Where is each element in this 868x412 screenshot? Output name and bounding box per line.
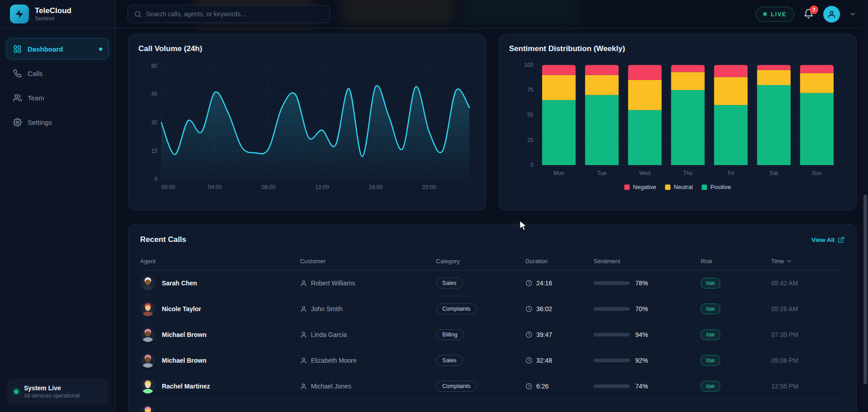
category-cell: Billing — [436, 329, 525, 340]
customer-cell: Michael Jones — [300, 383, 436, 390]
duration-cell: 6:26 — [525, 383, 594, 390]
table-row[interactable]: Sarah ChenRobert WilliamsSales24:1678%lo… — [140, 270, 844, 296]
sidebar-item-team[interactable]: Team — [6, 87, 109, 108]
sidebar-item-settings[interactable]: Settings — [6, 112, 109, 133]
main-area: LIVE 7 Call Volume (24h) 01530456000:000… — [116, 0, 868, 412]
call-volume-line-chart: 01530456000:0004:0008:0012:0016:0020:00 — [138, 60, 476, 195]
duration-cell: 24:16 — [525, 279, 594, 287]
sentiment-bar-track — [594, 384, 630, 388]
table-title: Recent Calls — [140, 235, 186, 244]
person-icon — [300, 383, 307, 390]
recent-calls-card: Recent Calls View All AgentCustomerCateg… — [128, 224, 857, 412]
dashboard-content: Call Volume (24h) 01530456000:0004:0008:… — [116, 28, 868, 412]
clock-icon — [525, 305, 533, 313]
window-scrollbar-track[interactable] — [863, 0, 868, 412]
sentiment-cell: 74% — [594, 383, 701, 390]
table-row[interactable]: Michael BrownLinda GarciaBilling39:4794%… — [140, 322, 844, 348]
duration-value: 6:26 — [536, 383, 548, 390]
table-row[interactable]: Michael BrownElizabeth MooreSales32:4892… — [140, 348, 844, 374]
table-row[interactable] — [140, 399, 844, 412]
customer-cell: John Smith — [300, 305, 436, 313]
duration-value: 24:16 — [536, 279, 552, 287]
svg-text:04:00: 04:00 — [208, 184, 222, 190]
live-dot — [763, 12, 767, 16]
column-label: Category — [436, 258, 460, 265]
svg-text:20:00: 20:00 — [422, 184, 436, 190]
customer-name: Linda Garcia — [311, 331, 347, 338]
risk-badge: low — [701, 278, 720, 289]
svg-text:45: 45 — [151, 91, 158, 97]
sentiment-bar-track — [594, 333, 630, 336]
risk-badge: low — [701, 329, 720, 340]
sidebar-item-label: Dashboard — [28, 45, 63, 53]
active-indicator-dot — [99, 47, 102, 51]
system-status-card: System Live All services operational — [7, 379, 108, 405]
risk-cell: low — [701, 355, 771, 366]
category-cell: Sales — [436, 278, 525, 289]
sentiment-percent: 78% — [635, 279, 648, 287]
app-title: TeleCloud — [35, 6, 71, 15]
sentiment-percent: 70% — [635, 305, 648, 313]
risk-cell: low — [701, 303, 771, 314]
live-label: LIVE — [771, 11, 787, 18]
brand-logo — [10, 5, 29, 24]
gear-icon — [13, 118, 22, 127]
sort-chevron-icon — [786, 258, 792, 264]
svg-text:50: 50 — [527, 112, 533, 118]
time-cell: 07:39 PM — [771, 331, 844, 338]
legend-swatch-neutral — [665, 185, 670, 190]
customer-name: John Smith — [311, 305, 343, 313]
table-row[interactable]: Nicole TaylorJohn SmithComplaints36:0270… — [140, 296, 844, 322]
legend-item: Positive — [702, 184, 731, 190]
legend-label: Neutral — [674, 184, 693, 190]
sentiment-cell: 94% — [594, 331, 701, 338]
search-icon — [134, 10, 142, 18]
customer-name: Robert Williams — [311, 279, 355, 287]
phone-icon — [13, 69, 22, 78]
svg-text:15: 15 — [151, 148, 158, 154]
svg-text:25: 25 — [527, 137, 533, 143]
sidebar-item-calls[interactable]: Calls — [6, 63, 109, 84]
svg-text:Sat: Sat — [770, 170, 778, 176]
window-scrollbar-thumb[interactable] — [863, 194, 867, 384]
category-badge: Sales — [436, 278, 462, 289]
legend-label: Negative — [633, 184, 656, 190]
svg-text:0: 0 — [530, 162, 533, 168]
sidebar-item-dashboard[interactable]: Dashboard — [6, 38, 109, 59]
duration-value: 39:47 — [536, 331, 552, 338]
view-all-link[interactable]: View All — [811, 237, 844, 243]
view-all-label: View All — [811, 237, 835, 243]
table-header-row: AgentCustomerCategoryDurationSentimentRi… — [140, 252, 844, 270]
agent-cell: Michael Brown — [140, 353, 300, 368]
sentiment-distribution-card: Sentiment Distribution (Weekly) 02550751… — [499, 34, 857, 210]
search-input[interactable] — [146, 10, 323, 18]
clock-icon — [525, 357, 533, 364]
risk-cell: low — [701, 278, 771, 289]
user-menu-chevron[interactable] — [849, 10, 856, 18]
agent-avatar — [140, 353, 156, 368]
category-badge: Complaints — [436, 303, 477, 314]
table-row[interactable]: Rachel MartinezMichael JonesComplaints6:… — [140, 374, 844, 399]
category-cell: Complaints — [436, 303, 525, 314]
legend-swatch-positive — [702, 185, 707, 190]
customer-name: Elizabeth Moore — [311, 357, 357, 364]
svg-text:60: 60 — [151, 63, 158, 69]
agent-avatar — [140, 405, 156, 412]
sentiment-bar-track — [594, 359, 630, 362]
clock-icon — [525, 279, 533, 287]
duration-cell: 39:47 — [525, 331, 594, 338]
customer-cell: Elizabeth Moore — [300, 357, 436, 364]
user-avatar-button[interactable] — [823, 6, 840, 23]
column-header-risk: Risk — [701, 258, 771, 265]
live-badge[interactable]: LIVE — [755, 7, 794, 22]
risk-badge: low — [701, 303, 720, 314]
table-body: Sarah ChenRobert WilliamsSales24:1678%lo… — [140, 270, 844, 412]
search-box[interactable] — [127, 5, 330, 23]
clock-icon — [525, 331, 533, 338]
column-header-time[interactable]: Time — [771, 258, 844, 265]
sentiment-cell: 78% — [594, 279, 701, 287]
notifications-button[interactable]: 7 — [803, 9, 814, 19]
notification-count-badge: 7 — [810, 5, 818, 14]
brand: TeleCloud Sentinel — [0, 0, 115, 28]
person-icon — [300, 306, 307, 313]
